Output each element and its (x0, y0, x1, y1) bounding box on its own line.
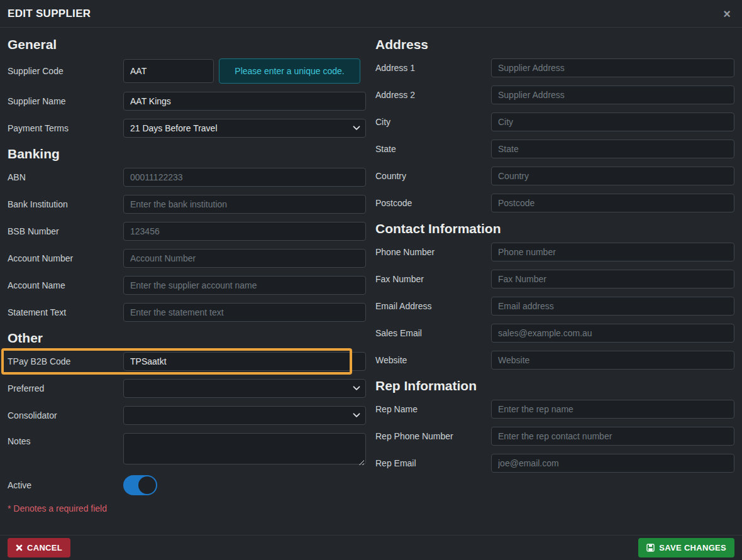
close-icon[interactable]: × (723, 8, 731, 20)
active-control (123, 475, 366, 495)
rep-name-input[interactable] (491, 400, 734, 419)
address-1-input[interactable] (491, 58, 734, 77)
tpay-b2b-code-label: TPay B2B Code (8, 356, 123, 366)
address-1-label: Address 1 (375, 63, 491, 73)
save-icon (646, 544, 655, 552)
consolidator-label: Consolidator (8, 410, 123, 420)
cancel-button-label: CANCEL (27, 543, 62, 552)
left-column: GeneralSupplier CodePlease enter a uniqu… (8, 34, 366, 535)
field-row-notes: Notes (8, 433, 366, 467)
field-row-address-1: Address 1 (375, 58, 734, 77)
bank-institution-input[interactable] (123, 195, 366, 214)
active-label: Active (8, 480, 123, 490)
consolidator-select-wrap (123, 406, 366, 425)
fax-number-control (491, 270, 734, 288)
preferred-select-wrap (123, 379, 366, 398)
field-row-address-2: Address 2 (375, 85, 734, 104)
postcode-control (491, 194, 734, 212)
account-number-control (123, 249, 366, 268)
field-row-supplier-name: Supplier Name (8, 92, 366, 111)
state-label: State (375, 144, 491, 154)
bsb-number-label: BSB Number (8, 226, 123, 236)
state-input[interactable] (491, 140, 734, 158)
payment-terms-select[interactable]: 21 Days Before Travel (123, 119, 366, 138)
postcode-label: Postcode (375, 198, 491, 208)
save-changes-button[interactable]: SAVE CHANGES (638, 538, 734, 557)
field-row-rep-email: Rep Email (375, 454, 734, 473)
phone-number-input[interactable] (491, 243, 734, 261)
field-row-consolidator: Consolidator (8, 406, 366, 425)
field-row-rep-name: Rep Name (375, 400, 734, 419)
account-number-input[interactable] (123, 249, 366, 268)
rep-phone-number-input[interactable] (491, 427, 734, 446)
sales-email-control (491, 324, 734, 343)
field-row-country: Country (375, 167, 734, 185)
fax-number-input[interactable] (491, 270, 734, 288)
tpay-b2b-code-input[interactable] (123, 352, 366, 371)
address-2-control (491, 85, 734, 104)
save-button-label: SAVE CHANGES (659, 543, 726, 552)
field-row-abn: ABN (8, 168, 366, 187)
unique-code-alert: Please enter a unique code. (219, 58, 360, 84)
active-toggle[interactable] (123, 475, 157, 495)
cancel-x-icon (16, 544, 23, 551)
sales-email-input[interactable] (491, 324, 734, 343)
bank-institution-control (123, 195, 366, 214)
account-name-label: Account Name (8, 280, 123, 290)
bsb-number-control (123, 222, 366, 241)
field-row-email-address: Email Address (375, 297, 734, 316)
phone-number-control (491, 243, 734, 261)
address-2-input[interactable] (491, 85, 734, 104)
required-note: * Denotes a required field (8, 503, 366, 513)
preferred-select[interactable] (123, 379, 366, 398)
right-column: AddressAddress 1Address 2CityStateCountr… (375, 34, 734, 535)
country-label: Country (375, 171, 491, 181)
section-heading-address: Address (375, 36, 734, 52)
postcode-input[interactable] (491, 194, 734, 212)
notes-textarea[interactable] (123, 433, 366, 464)
bsb-number-input[interactable] (123, 222, 366, 241)
rep-phone-number-label: Rep Phone Number (375, 431, 491, 441)
supplier-code-label: Supplier Code (8, 66, 123, 76)
field-row-phone-number: Phone Number (375, 243, 734, 261)
section-heading-other: Other (8, 330, 366, 346)
modal-footer: CANCEL SAVE CHANGES (0, 535, 742, 560)
field-row-state: State (375, 140, 734, 158)
field-row-statement-text: Statement Text (8, 303, 366, 322)
city-input[interactable] (491, 113, 734, 131)
rep-email-input[interactable] (491, 454, 734, 473)
abn-control (123, 168, 366, 187)
address-1-control (491, 58, 734, 77)
email-address-input[interactable] (491, 297, 734, 316)
state-control (491, 140, 734, 158)
website-label: Website (375, 355, 491, 365)
section-heading-banking: Banking (8, 146, 366, 162)
website-input[interactable] (491, 351, 734, 370)
payment-terms-control: 21 Days Before Travel (123, 119, 366, 138)
country-control (491, 167, 734, 185)
field-row-city: City (375, 113, 734, 131)
bank-institution-label: Bank Institution (8, 199, 123, 209)
country-input[interactable] (491, 167, 734, 185)
field-row-fax-number: Fax Number (375, 270, 734, 288)
consolidator-select[interactable] (123, 406, 366, 425)
supplier-code-input[interactable] (123, 59, 214, 83)
account-number-label: Account Number (8, 253, 123, 263)
field-row-account-number: Account Number (8, 249, 366, 268)
tpay-b2b-code-control (123, 352, 366, 371)
city-control (491, 113, 734, 131)
email-address-label: Email Address (375, 301, 491, 311)
statement-text-input[interactable] (123, 303, 366, 322)
payment-terms-label: Payment Terms (8, 123, 123, 133)
consolidator-control (123, 406, 366, 425)
supplier-name-label: Supplier Name (8, 96, 123, 106)
preferred-control (123, 379, 366, 398)
abn-input[interactable] (123, 168, 366, 187)
rep-phone-number-control (491, 427, 734, 446)
field-row-website: Website (375, 351, 734, 370)
cancel-button[interactable]: CANCEL (8, 538, 70, 557)
notes-textarea-wrap (123, 433, 366, 467)
account-name-input[interactable] (123, 276, 366, 295)
supplier-name-input[interactable] (123, 92, 366, 111)
notes-control (123, 433, 366, 467)
